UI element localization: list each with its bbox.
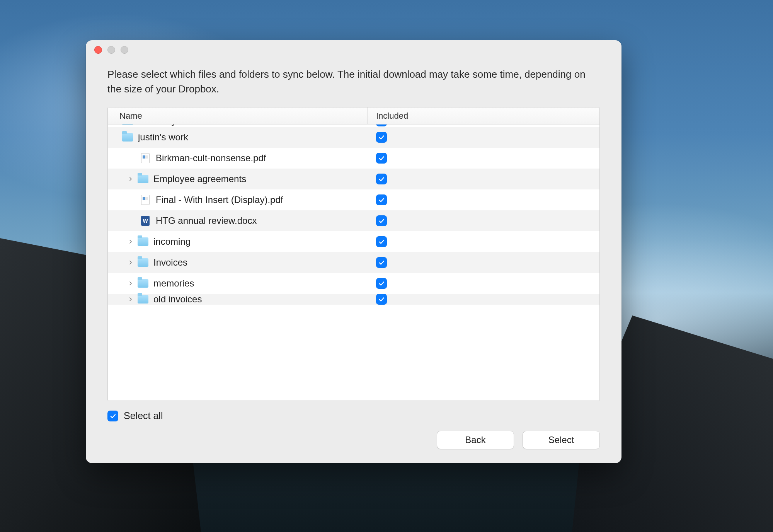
folder-icon xyxy=(122,124,133,126)
tree-row-name-cell: Birkman-cult-nonsense.pdf xyxy=(108,153,368,164)
select-all-label: Select all xyxy=(124,410,163,421)
included-checkbox[interactable] xyxy=(376,278,387,289)
window-close-button[interactable] xyxy=(94,46,102,54)
folder-icon xyxy=(137,294,149,304)
column-header-included[interactable]: Included xyxy=(368,107,599,124)
select-all-row[interactable]: Select all xyxy=(107,410,600,421)
included-checkbox[interactable] xyxy=(376,215,387,226)
included-checkbox[interactable] xyxy=(376,194,387,205)
pdf-file-icon xyxy=(140,153,151,163)
tree-row-label: justin's work xyxy=(138,132,188,143)
included-checkbox[interactable] xyxy=(376,257,387,268)
tree-row[interactable]: Invoices xyxy=(108,252,599,273)
included-checkbox[interactable] xyxy=(376,153,387,164)
tree-row[interactable]: Final - With Insert (Display).pdf xyxy=(108,189,599,210)
select-all-checkbox[interactable] xyxy=(107,411,118,421)
tree-row-label: Inventory 210405 xyxy=(138,124,209,126)
file-tree: Name Included Inventory 210405 justin's … xyxy=(107,107,600,401)
included-checkbox[interactable] xyxy=(376,132,387,143)
tree-row-label: HTG annual review.docx xyxy=(156,215,257,226)
instructions-text: Please select which files and folders to… xyxy=(86,60,621,107)
chevron-right-icon[interactable] xyxy=(126,279,135,288)
column-header-name[interactable]: Name xyxy=(108,107,368,124)
tree-row-name-cell: Employee agreements xyxy=(108,174,368,184)
tree-row-included-cell xyxy=(368,194,599,205)
tree-row-label: Employee agreements xyxy=(153,174,246,184)
included-checkbox[interactable] xyxy=(376,294,387,305)
tree-row[interactable]: justin's work xyxy=(108,127,599,148)
tree-row-name-cell: old invoices xyxy=(108,294,368,305)
folder-icon xyxy=(137,257,149,268)
included-checkbox[interactable] xyxy=(376,174,387,184)
back-button[interactable]: Back xyxy=(437,431,514,449)
tree-row-label: Invoices xyxy=(153,257,187,268)
back-button-label: Back xyxy=(465,435,485,445)
sync-selection-window: Please select which files and folders to… xyxy=(86,40,621,463)
tree-row-name-cell: justin's work xyxy=(108,132,368,143)
tree-row-included-cell xyxy=(368,124,599,126)
word-file-icon xyxy=(140,216,151,226)
included-checkbox[interactable] xyxy=(376,236,387,247)
select-button-label: Select xyxy=(548,435,574,445)
file-tree-body[interactable]: Inventory 210405 justin's work Birkman-c… xyxy=(108,124,599,401)
column-header-included-label: Included xyxy=(376,111,408,121)
tree-row[interactable]: HTG annual review.docx xyxy=(108,210,599,231)
tree-row-included-cell xyxy=(368,294,599,305)
tree-row-included-cell xyxy=(368,257,599,268)
tree-row[interactable]: Employee agreements xyxy=(108,169,599,189)
included-checkbox[interactable] xyxy=(376,124,387,126)
tree-row[interactable]: Birkman-cult-nonsense.pdf xyxy=(108,148,599,169)
tree-row-name-cell: Final - With Insert (Display).pdf xyxy=(108,194,368,205)
tree-row[interactable]: memories xyxy=(108,273,599,294)
tree-row-label: old invoices xyxy=(153,294,202,305)
window-zoom-button[interactable] xyxy=(121,46,128,54)
chevron-right-icon[interactable] xyxy=(126,237,135,246)
chevron-right-icon[interactable] xyxy=(111,124,119,125)
tree-row-name-cell: Inventory 210405 xyxy=(108,124,368,126)
tree-row-included-cell xyxy=(368,215,599,226)
tree-row-name-cell: memories xyxy=(108,278,368,289)
tree-row-name-cell: HTG annual review.docx xyxy=(108,215,368,226)
tree-row-name-cell: Invoices xyxy=(108,257,368,268)
window-titlebar xyxy=(86,40,621,60)
tree-row[interactable]: incoming xyxy=(108,231,599,252)
tree-row-included-cell xyxy=(368,132,599,143)
file-tree-header: Name Included xyxy=(108,107,599,124)
select-button[interactable]: Select xyxy=(523,431,600,449)
tree-row-included-cell xyxy=(368,278,599,289)
tree-row-label: memories xyxy=(153,278,194,289)
folder-icon xyxy=(122,132,133,142)
tree-row-name-cell: incoming xyxy=(108,236,368,247)
tree-row[interactable]: old invoices xyxy=(108,294,599,305)
footer-buttons: Back Select xyxy=(107,431,600,449)
tree-row-included-cell xyxy=(368,174,599,184)
folder-icon xyxy=(137,174,149,184)
chevron-down-icon[interactable] xyxy=(111,133,119,142)
tree-row-label: Final - With Insert (Display).pdf xyxy=(156,194,283,205)
tree-row-included-cell xyxy=(368,153,599,164)
chevron-right-icon[interactable] xyxy=(126,295,135,304)
chevron-right-icon[interactable] xyxy=(126,175,135,183)
chevron-right-icon[interactable] xyxy=(126,258,135,267)
tree-row-included-cell xyxy=(368,236,599,247)
footer: Select all Back Select xyxy=(86,401,621,463)
tree-row-label: incoming xyxy=(153,236,191,247)
folder-icon xyxy=(137,278,149,288)
folder-icon xyxy=(137,237,149,247)
pdf-file-icon xyxy=(140,195,151,205)
tree-row-label: Birkman-cult-nonsense.pdf xyxy=(156,153,266,164)
window-minimize-button[interactable] xyxy=(107,46,115,54)
column-header-name-label: Name xyxy=(119,111,142,121)
